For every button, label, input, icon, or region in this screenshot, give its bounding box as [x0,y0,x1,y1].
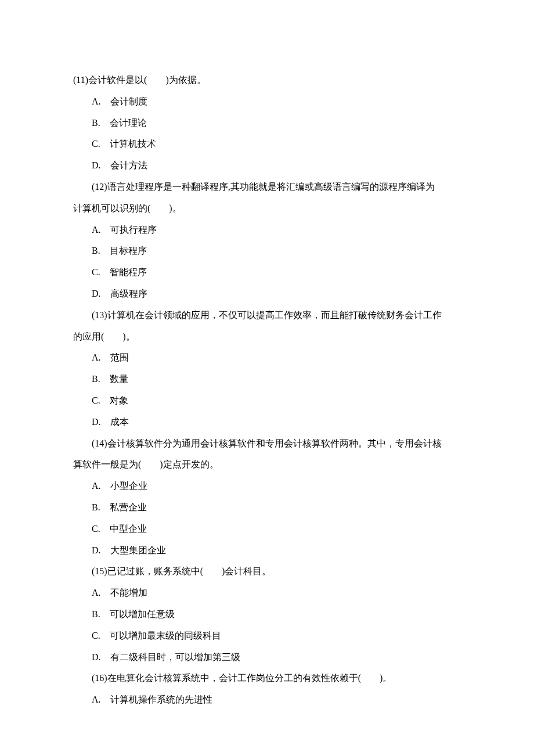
option-b: B. 目标程序 [73,240,461,262]
question-stem-cont: 算软件一般是为( )定点开发的。 [73,454,461,476]
question-stem: (12)语言处理程序是一种翻译程序,其功能就是将汇编或高级语言编写的源程序编译为 [73,177,461,198]
option-c: C. 对象 [73,390,461,412]
option-c: C. 可以增加最末级的同级科目 [73,625,461,647]
option-c: C. 智能程序 [73,262,461,283]
question-14: (14)会计核算软件分为通用会计核算软件和专用会计核算软件两种。其中，专用会计核… [73,433,461,561]
option-a: A. 范围 [73,347,461,369]
question-13: (13)计算机在会计领域的应用，不仅可以提高工作效率，而且能打破传统财务会计工作… [73,305,461,433]
question-stem-cont: 的应用( )。 [73,326,461,348]
option-a: A. 会计制度 [73,91,461,113]
question-stem: (15)已记过账，账务系统中( )会计科目。 [73,561,461,582]
option-b: B. 会计理论 [73,113,461,134]
question-stem: (11)会计软件是以( )为依据。 [73,70,461,91]
document-body: (11)会计软件是以( )为依据。 A. 会计制度 B. 会计理论 C. 计算机… [73,70,461,711]
option-a: A. 计算机操作系统的先进性 [73,689,461,711]
question-stem-cont: 计算机可以识别的( )。 [73,198,461,219]
option-a: A. 小型企业 [73,476,461,497]
option-b: B. 可以增加任意级 [73,604,461,625]
option-b: B. 私营企业 [73,497,461,519]
question-11: (11)会计软件是以( )为依据。 A. 会计制度 B. 会计理论 C. 计算机… [73,70,461,177]
option-a: A. 不能增加 [73,582,461,604]
option-d: D. 会计方法 [73,155,461,177]
option-b: B. 数量 [73,369,461,390]
question-stem: (16)在电算化会计核算系统中，会计工作岗位分工的有效性依赖于( )。 [73,668,461,689]
question-stem: (14)会计核算软件分为通用会计核算软件和专用会计核算软件两种。其中，专用会计核 [73,433,461,455]
option-a: A. 可执行程序 [73,219,461,241]
option-c: C. 计算机技术 [73,134,461,155]
option-d: D. 成本 [73,412,461,433]
option-d: D. 大型集团企业 [73,540,461,561]
question-stem: (13)计算机在会计领域的应用，不仅可以提高工作效率，而且能打破传统财务会计工作 [73,305,461,326]
option-c: C. 中型企业 [73,519,461,540]
question-15: (15)已记过账，账务系统中( )会计科目。 A. 不能增加 B. 可以增加任意… [73,561,461,668]
question-12: (12)语言处理程序是一种翻译程序,其功能就是将汇编或高级语言编写的源程序编译为… [73,177,461,305]
option-d: D. 有二级科目时，可以增加第三级 [73,647,461,668]
question-16: (16)在电算化会计核算系统中，会计工作岗位分工的有效性依赖于( )。 A. 计… [73,668,461,711]
option-d: D. 高级程序 [73,283,461,305]
